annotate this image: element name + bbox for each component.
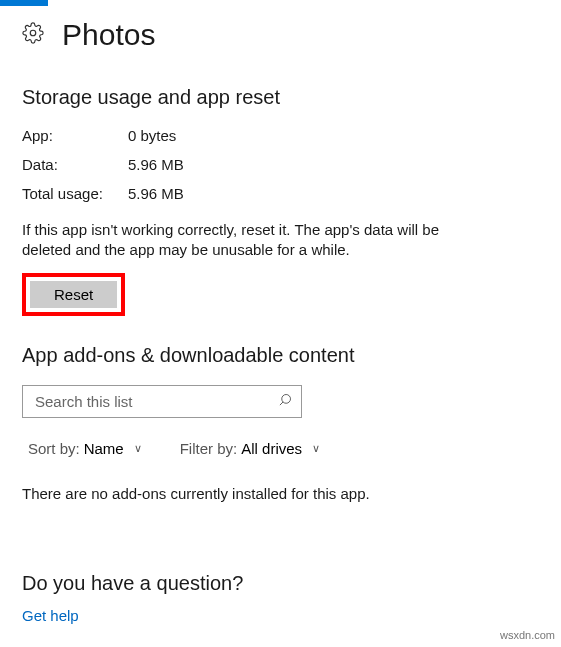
filter-value: All drives — [241, 440, 302, 457]
storage-row-total: Total usage: 5.96 MB — [22, 185, 539, 202]
search-input[interactable] — [35, 393, 278, 410]
storage-value: 5.96 MB — [128, 185, 184, 202]
svg-line-2 — [280, 402, 283, 405]
filter-by-dropdown[interactable]: Filter by: All drives ∨ — [180, 440, 320, 457]
question-heading: Do you have a question? — [22, 572, 539, 595]
sort-by-dropdown[interactable]: Sort by: Name ∨ — [28, 440, 142, 457]
svg-point-0 — [30, 30, 36, 36]
storage-table: App: 0 bytes Data: 5.96 MB Total usage: … — [22, 127, 539, 202]
search-icon[interactable] — [278, 392, 293, 411]
chevron-down-icon: ∨ — [312, 442, 320, 455]
storage-value: 0 bytes — [128, 127, 176, 144]
chevron-down-icon: ∨ — [134, 442, 142, 455]
storage-heading: Storage usage and app reset — [22, 86, 539, 109]
gear-icon — [22, 22, 44, 48]
filter-row: Sort by: Name ∨ Filter by: All drives ∨ — [22, 440, 539, 457]
storage-label: Data: — [22, 156, 128, 173]
watermark: wsxdn.com — [500, 629, 555, 641]
sort-label: Sort by: — [28, 440, 80, 457]
storage-row-data: Data: 5.96 MB — [22, 156, 539, 173]
top-accent-bar — [0, 0, 48, 6]
addons-heading: App add-ons & downloadable content — [22, 344, 539, 367]
addons-empty-text: There are no add-ons currently installed… — [22, 485, 539, 502]
sort-value: Name — [84, 440, 124, 457]
get-help-link[interactable]: Get help — [22, 607, 79, 624]
search-box[interactable] — [22, 385, 302, 418]
reset-description: If this app isn't working correctly, res… — [22, 220, 482, 261]
filter-label: Filter by: — [180, 440, 238, 457]
storage-label: Total usage: — [22, 185, 128, 202]
reset-button[interactable]: Reset — [30, 281, 117, 308]
svg-point-1 — [282, 394, 291, 403]
storage-value: 5.96 MB — [128, 156, 184, 173]
page-header: Photos — [22, 18, 539, 52]
storage-label: App: — [22, 127, 128, 144]
storage-row-app: App: 0 bytes — [22, 127, 539, 144]
reset-highlight: Reset — [22, 273, 125, 316]
page-title: Photos — [62, 18, 155, 52]
